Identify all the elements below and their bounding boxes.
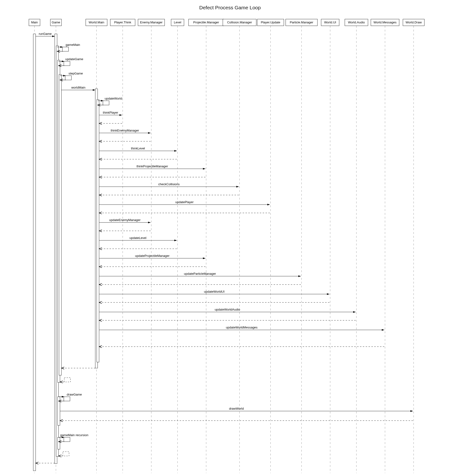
participant-label-Level: Level xyxy=(174,21,181,24)
participant-label-EnemyManager: Enemy.Manager xyxy=(140,21,163,24)
svg-rect-24 xyxy=(64,61,70,66)
message-gameMain: gameMain xyxy=(66,43,80,47)
message-thinkProjectileManager: thinkProjectileManager xyxy=(136,164,168,168)
svg-rect-18 xyxy=(59,75,62,375)
svg-rect-29 xyxy=(64,437,70,442)
message-thinkLevel: thinkLevel xyxy=(131,147,145,150)
message-updatePlayer: updatePlayer xyxy=(175,200,194,204)
participant-label-WorldDraw: World.Draw xyxy=(406,21,422,24)
message-gameMainRecursion: gameMain recursion xyxy=(60,433,89,437)
participant-label-WorldMain: World.Main xyxy=(89,21,105,24)
message-updateWorld: updateWorld xyxy=(105,97,122,100)
svg-rect-30 xyxy=(63,452,69,456)
message-updateWorldUI: updateWorldUI xyxy=(204,290,224,293)
participant-label-ParticleManager: Particle.Manager xyxy=(290,21,313,24)
participant-label-WorldMessages: World.Messages xyxy=(373,21,397,24)
svg-rect-22 xyxy=(58,437,60,449)
participant-label-Main: Main xyxy=(31,21,38,24)
participant-label-CollisionManager: Collision.Manager xyxy=(227,21,252,24)
participant-label-PlayerThink: Player.Think xyxy=(114,21,131,24)
message-checkCollisions: checkCollisions xyxy=(158,182,180,186)
message-updateEnemyManager: updateEnemyManager xyxy=(109,218,141,222)
svg-rect-27 xyxy=(64,378,71,382)
message-worldMain: worldMain xyxy=(71,86,85,89)
message-thinkPlayer: thinkPlayer xyxy=(103,111,118,114)
message-updateProjectileManager: updateProjectileManager xyxy=(135,254,170,258)
message-drawGame: drawGame xyxy=(67,393,82,396)
message-drawWorld: drawWorld xyxy=(229,407,244,410)
svg-rect-25 xyxy=(65,76,72,80)
svg-rect-28 xyxy=(64,397,70,401)
participant-label-PlayerUpdate: Player.Update xyxy=(261,21,280,24)
diagram-title: Defect Process Game Loop xyxy=(5,5,455,10)
participant-label-WorldAudio: World.Audio xyxy=(348,21,365,24)
message-updateWorldMessages: updateWorldMessages xyxy=(226,326,258,329)
participant-label-Game: Game xyxy=(52,21,60,24)
participant-label-WorldUI: World.UI xyxy=(324,21,336,24)
participant-label-ProjectileManager: Projectile.Manager xyxy=(193,21,219,24)
message-updateLevel: updateLevel xyxy=(130,236,146,240)
sequence-diagram: MainGameWorld.MainPlayer.ThinkEnemy.Mana… xyxy=(5,15,455,476)
svg-rect-14 xyxy=(33,34,36,471)
message-updateParticleManager: updateParticleManager xyxy=(184,272,216,275)
svg-rect-20 xyxy=(97,100,99,362)
message-thinkEnemyManager: thinkEnemyManager xyxy=(111,129,139,132)
svg-rect-26 xyxy=(103,101,109,105)
message-runGame: runGame xyxy=(39,32,51,35)
svg-rect-23 xyxy=(63,47,69,51)
message-updateWorldAudio: updateWorldAudio xyxy=(215,308,240,311)
message-stepGame: stepGame xyxy=(69,72,83,75)
message-updateGame: updateGame xyxy=(65,57,83,61)
